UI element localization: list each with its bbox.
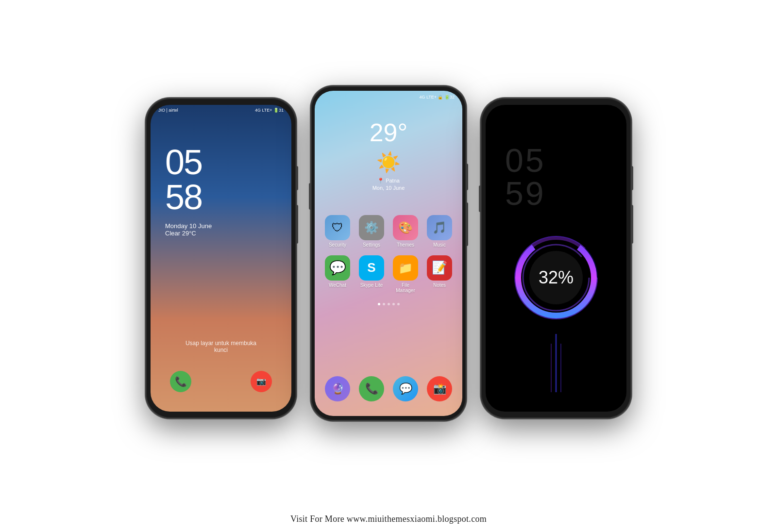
phone-2-screen: 4G LTE+ 🔒 🔋32 29° ☀️ 📍Patna Mon, 10 June…	[315, 91, 462, 416]
filemanager-label: File Manager	[392, 283, 419, 293]
dock-icon-2[interactable]: 📞	[359, 376, 384, 401]
dock-icon-3[interactable]: 💬	[393, 376, 418, 401]
dock-icon-1[interactable]: 🔮	[325, 376, 350, 401]
notes-icon: 📝	[427, 255, 452, 281]
camera-button-phone1[interactable]: 📷	[251, 371, 272, 392]
date-phone1: Monday 10 June Clear 29°C	[165, 222, 277, 237]
app-wechat[interactable]: 💬 WeChat	[324, 255, 351, 293]
settings-label: Settings	[363, 242, 380, 248]
sun-icon: ☀️	[315, 151, 462, 174]
settings-icon: ⚙️	[359, 215, 384, 240]
dot-2	[383, 303, 385, 305]
app-grid: 🛡 Security ⚙️ Settings 🎨 Themes 🎵 Music	[315, 200, 462, 293]
dot-3	[388, 303, 390, 305]
security-icon: 🛡	[325, 215, 350, 240]
dock: 🔮 📞 💬 📸	[315, 376, 462, 401]
charging-circle: 32%	[507, 229, 605, 326]
phone-1: JIO | airtel 4G LTE+ 🔋31 05 58 Monday 10…	[146, 98, 296, 418]
phone-3: 05 59	[481, 98, 631, 418]
app-themes[interactable]: 🎨 Themes	[392, 215, 419, 248]
dot-4	[392, 303, 395, 305]
phone-1-screen: JIO | airtel 4G LTE+ 🔋31 05 58 Monday 10…	[151, 105, 291, 412]
phone-2: 4G LTE+ 🔒 🔋32 29° ☀️ 📍Patna Mon, 10 June…	[311, 86, 466, 421]
dot-1	[378, 303, 380, 305]
volume-button-phone1	[296, 205, 298, 244]
security-label: Security	[329, 242, 346, 248]
power-button-phone3	[631, 166, 633, 190]
footer-text: Visit For More www.miuithemesxiaomi.blog…	[290, 506, 487, 532]
music-label: Music	[433, 242, 446, 248]
wechat-icon: 💬	[325, 255, 350, 281]
location: 📍Patna	[315, 178, 462, 184]
app-notes[interactable]: 📝 Notes	[426, 255, 453, 293]
hour-phone3: 05	[505, 144, 607, 177]
volume-button-phone3	[631, 205, 633, 244]
filemanager-icon: 📁	[393, 255, 418, 281]
unlock-text: Usap layar untuk membuka kunci	[151, 340, 291, 353]
app-music[interactable]: 🎵 Music	[426, 215, 453, 248]
time-display-phone1: 05 58 Monday 10 June Clear 29°C	[151, 116, 291, 237]
dot-5	[397, 303, 400, 305]
power-button-phone1	[296, 166, 298, 190]
app-settings[interactable]: ⚙️ Settings	[358, 215, 385, 248]
weather-date: Mon, 10 June	[315, 185, 462, 191]
carrier-text: JIO | airtel	[158, 108, 178, 113]
left-button-phone3	[479, 185, 481, 212]
music-icon: 🎵	[427, 215, 452, 240]
charging-percent: 32%	[539, 267, 574, 288]
app-skype[interactable]: S Skype Lite	[358, 255, 385, 293]
volume-button-phone2	[466, 202, 468, 246]
themes-label: Themes	[397, 242, 414, 248]
power-button-phone2	[466, 164, 468, 190]
phone-3-screen: 05 59	[486, 105, 626, 412]
network-battery: 4G LTE+ 🔋31	[255, 108, 284, 113]
call-button-phone1[interactable]: 📞	[170, 371, 191, 392]
network-battery-phone2: 4G LTE+ 🔒 🔋32	[419, 95, 455, 100]
minute-phone3: 59	[505, 177, 607, 210]
status-bar-phone1: JIO | airtel 4G LTE+ 🔋31	[151, 105, 291, 116]
app-filemanager[interactable]: 📁 File Manager	[392, 255, 419, 293]
weather-widget: 29° ☀️ 📍Patna Mon, 10 June	[315, 103, 462, 200]
wechat-label: WeChat	[329, 283, 346, 288]
time-display-phone3: 05 59	[486, 105, 626, 210]
dock-icon-4[interactable]: 📸	[427, 376, 452, 401]
app-security[interactable]: 🛡 Security	[324, 215, 351, 248]
temperature: 29°	[315, 118, 462, 147]
bottom-icons-phone1: 📞 📷	[151, 371, 291, 392]
left-button-phone2	[309, 183, 311, 210]
phones-container: JIO | airtel 4G LTE+ 🔋31 05 58 Monday 10…	[146, 0, 631, 506]
skype-icon: S	[359, 255, 384, 281]
notes-label: Notes	[433, 283, 446, 288]
page-dots	[315, 303, 462, 305]
minute-phone1: 58	[165, 180, 277, 215]
hour-phone1: 05	[165, 145, 277, 180]
skype-label: Skype Lite	[360, 283, 383, 288]
themes-icon: 🎨	[393, 215, 418, 240]
status-bar-phone2: 4G LTE+ 🔒 🔋32	[315, 91, 462, 103]
